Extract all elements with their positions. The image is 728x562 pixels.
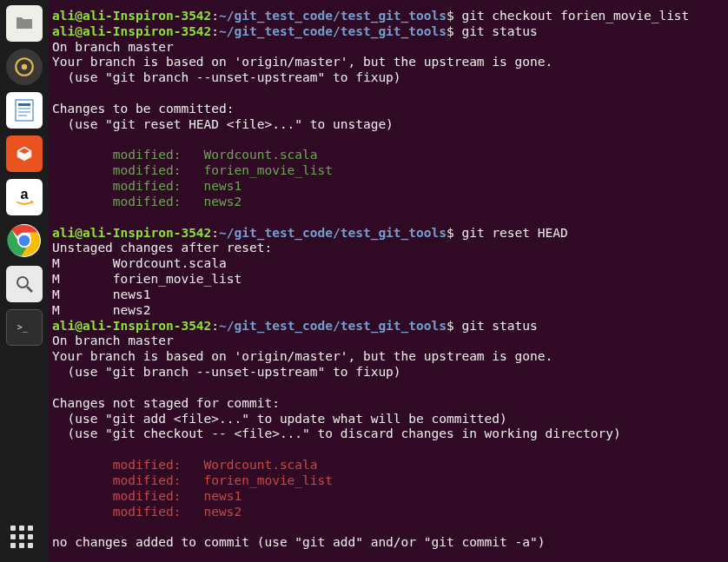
terminal-output[interactable]: ali@ali-Inspiron-3542:~/git_test_code/te… (49, 0, 728, 562)
sound-icon[interactable] (6, 49, 43, 85)
unstaged-file: modified: news1 (52, 489, 242, 503)
svg-point-11 (17, 277, 28, 288)
svg-point-1 (22, 64, 28, 70)
output-line: M forien_movie_list (52, 272, 242, 286)
software-center-icon[interactable] (6, 136, 43, 172)
files-icon[interactable] (6, 5, 43, 42)
prompt-user: ali@ali-Inspiron-3542 (52, 9, 211, 23)
output-line: M Wordcount.scala (52, 256, 227, 270)
chrome-icon[interactable] (6, 222, 43, 259)
terminal-icon[interactable]: >_ (6, 309, 43, 346)
prompt-path: ~/git_test_code/test_git_tools (219, 9, 447, 23)
output-line: (use "git add <file>..." to update what … (52, 412, 507, 426)
svg-rect-6 (18, 115, 27, 116)
output-line: (use "git checkout -- <file>..." to disc… (52, 426, 621, 440)
svg-point-10 (19, 235, 30, 247)
svg-text:>_: >_ (17, 322, 29, 333)
command-line: git checkout forien_movie_list (461, 9, 689, 23)
svg-text:a: a (20, 186, 29, 202)
command-line: git status (461, 24, 537, 38)
staged-file: modified: news2 (52, 195, 242, 208)
svg-rect-2 (16, 100, 33, 121)
svg-rect-4 (18, 108, 30, 109)
staged-file: modified: forien_movie_list (52, 163, 333, 177)
search-icon[interactable] (6, 266, 43, 302)
output-line: (use "git branch --unset-upstream" to fi… (52, 365, 401, 379)
output-line: Changes to be committed: (52, 102, 235, 116)
unstaged-file: modified: Wordcount.scala (52, 458, 318, 472)
output-line: no changes added to commit (use "git add… (52, 535, 545, 549)
output-line: On branch master (52, 334, 174, 347)
unstaged-file: modified: forien_movie_list (52, 473, 333, 487)
output-line: Your branch is based on 'origin/master',… (52, 349, 553, 363)
svg-line-12 (27, 287, 32, 292)
staged-file: modified: Wordcount.scala (52, 148, 318, 162)
output-line: (use "git reset HEAD <file>..." to unsta… (52, 117, 394, 131)
output-line: On branch master (52, 40, 174, 54)
svg-rect-3 (18, 103, 30, 106)
libreoffice-writer-icon[interactable] (6, 92, 43, 129)
show-applications-icon[interactable] (10, 526, 38, 553)
unstaged-file: modified: news2 (52, 505, 242, 519)
output-line: M news1 (52, 288, 151, 301)
output-line: M news2 (52, 303, 151, 317)
output-line: (use "git branch --unset-upstream" to fi… (52, 70, 401, 84)
command-line: git status (461, 319, 537, 333)
command-line: git reset HEAD (461, 226, 567, 240)
staged-file: modified: news1 (52, 179, 242, 193)
output-line: Unstaged changes after reset: (52, 241, 272, 255)
launcher-bar: a >_ (0, 0, 49, 562)
svg-rect-5 (18, 111, 30, 113)
amazon-icon[interactable]: a (6, 179, 43, 215)
output-line: Changes not staged for commit: (52, 396, 280, 410)
output-line: Your branch is based on 'origin/master',… (52, 55, 553, 69)
